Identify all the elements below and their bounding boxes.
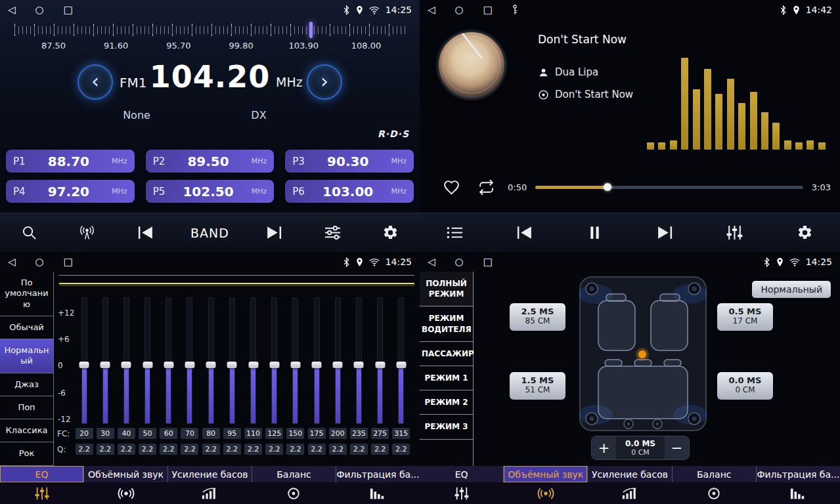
mode-2[interactable]: РЕЖИМ 2 — [420, 390, 473, 415]
eq-slider-handle[interactable] — [206, 362, 216, 368]
tuning-scale[interactable]: 87.50 91.60 95.70 99.80 103.90 108.00 — [14, 24, 405, 54]
delay-rear-left-button[interactable]: 1.5 MS 51 CM — [510, 372, 565, 400]
previous-track-button[interactable] — [512, 224, 538, 241]
preset-button-p1[interactable]: P1 88.70 MHz — [6, 150, 135, 173]
favorite-button[interactable] — [438, 179, 464, 196]
eq-band-slider[interactable] — [292, 297, 298, 424]
eq-slider-handle[interactable] — [375, 362, 385, 368]
tab-balance[interactable]: Баланс — [252, 466, 336, 482]
eq-band-slider[interactable] — [356, 297, 362, 424]
eq-preset-normal[interactable]: Нормальный — [0, 339, 53, 373]
recents-button[interactable]: □ — [483, 252, 493, 272]
eq-band-slider[interactable] — [377, 297, 383, 424]
tab-filter[interactable]: Фильтрация ба... — [757, 466, 840, 482]
back-button[interactable]: ◁ — [428, 252, 435, 272]
tune-up-button[interactable]: › — [307, 64, 342, 100]
delay-front-left-button[interactable]: 2.5 MS 85 CM — [510, 303, 565, 331]
eq-slider-handle[interactable] — [333, 362, 343, 368]
eq-preset-rock[interactable]: Рок — [0, 442, 53, 465]
back-button[interactable]: ◁ — [8, 252, 16, 272]
eq-slider-handle[interactable] — [185, 362, 194, 368]
tab-icon-eq[interactable] — [420, 482, 504, 504]
home-button[interactable]: ○ — [35, 0, 44, 20]
recents-button[interactable]: □ — [64, 0, 73, 20]
eq-band-slider[interactable] — [229, 297, 235, 424]
back-button[interactable]: ◁ — [428, 0, 435, 20]
eq-slider-handle[interactable] — [100, 362, 110, 368]
tab-icon-filter[interactable] — [756, 482, 840, 504]
eq-slider-handle[interactable] — [79, 362, 89, 368]
preset-button-p3[interactable]: P3 90.30 MHz — [285, 150, 414, 173]
tab-icon-surround[interactable] — [504, 482, 588, 504]
eq-preset-custom[interactable]: Обычай — [0, 316, 53, 339]
home-button[interactable]: ○ — [455, 0, 464, 20]
tune-down-button[interactable]: ‹ — [77, 64, 113, 100]
preset-button-p6[interactable]: P6 103.00 MHz — [285, 180, 414, 203]
eq-slider-handle[interactable] — [290, 362, 300, 368]
seek-bar[interactable] — [535, 186, 803, 189]
settings-button[interactable] — [792, 224, 818, 241]
broadcast-button[interactable] — [74, 224, 100, 241]
tab-bass-boost[interactable]: Усиление басов — [588, 466, 672, 482]
eq-slider-handle[interactable] — [164, 362, 173, 368]
eq-slider-handle[interactable] — [312, 362, 322, 368]
mode-driver[interactable]: РЕЖИМ ВОДИТЕЛЯ — [420, 306, 473, 341]
eq-band-slider[interactable] — [81, 297, 87, 424]
equalizer-button[interactable] — [722, 224, 748, 241]
recents-button[interactable]: □ — [64, 252, 73, 272]
eq-slider-handle[interactable] — [354, 362, 364, 368]
eq-preset-jazz[interactable]: Джаз — [0, 373, 53, 396]
tab-surround[interactable]: Объёмный звук — [504, 466, 588, 482]
eq-band-slider[interactable] — [314, 297, 320, 424]
tab-icon-bass[interactable] — [168, 482, 252, 504]
tab-balance[interactable]: Баланс — [673, 466, 757, 482]
eq-band-slider[interactable] — [187, 297, 192, 424]
eq-band-slider[interactable] — [271, 297, 277, 424]
home-button[interactable]: ○ — [35, 252, 44, 272]
tab-icon-eq[interactable] — [0, 482, 84, 504]
delay-increase-button[interactable]: + — [592, 436, 616, 459]
mode-3[interactable]: РЕЖИМ 3 — [420, 415, 473, 439]
mode-passenger[interactable]: ПАССАЖИР — [420, 342, 473, 366]
preset-normal-button[interactable]: Нормальный — [752, 281, 831, 298]
eq-slider-handle[interactable] — [227, 362, 237, 368]
eq-band-slider[interactable] — [398, 297, 404, 424]
tuning-indicator[interactable] — [309, 22, 313, 38]
recents-button[interactable]: □ — [483, 0, 493, 20]
audio-settings-button[interactable] — [319, 224, 345, 241]
tab-filter[interactable]: Фильтрация ба... — [336, 466, 420, 482]
tab-icon-balance[interactable] — [672, 482, 756, 504]
eq-band-slider[interactable] — [250, 297, 256, 424]
eq-band-slider[interactable] — [208, 297, 214, 424]
eq-slider-handle[interactable] — [396, 362, 406, 368]
playlist-button[interactable] — [441, 224, 468, 241]
preset-button-p2[interactable]: P2 89.50 MHz — [146, 150, 275, 173]
tab-eq[interactable]: EQ — [420, 466, 504, 482]
tab-icon-bass[interactable] — [588, 482, 672, 504]
band-button[interactable]: BAND — [190, 226, 229, 240]
delay-rear-right-button[interactable]: 0.0 MS 0 CM — [717, 372, 773, 400]
eq-slider-handle[interactable] — [143, 362, 152, 368]
tab-surround[interactable]: Объёмный звук — [84, 466, 168, 482]
mode-1[interactable]: РЕЖИМ 1 — [420, 366, 473, 390]
home-button[interactable]: ○ — [455, 252, 464, 272]
eq-preset-default[interactable]: По умолчанию — [0, 272, 53, 316]
delay-front-right-button[interactable]: 0.5 MS 17 CM — [717, 303, 773, 331]
pause-button[interactable] — [582, 224, 608, 241]
settings-button[interactable] — [378, 224, 404, 241]
back-button[interactable]: ◁ — [8, 0, 16, 20]
mode-full[interactable]: ПОЛНЫЙ РЕЖИМ — [420, 272, 473, 306]
tab-icon-filter[interactable] — [336, 482, 420, 504]
eq-preset-classic[interactable]: Классика — [0, 419, 53, 442]
eq-band-slider[interactable] — [335, 297, 341, 424]
eq-band-slider[interactable] — [102, 297, 108, 424]
eq-slider-handle[interactable] — [248, 362, 258, 368]
delay-decrease-button[interactable]: − — [665, 436, 689, 459]
next-track-button[interactable] — [652, 224, 678, 241]
scan-button[interactable] — [16, 224, 42, 241]
eq-preset-pop[interactable]: Поп — [0, 396, 53, 419]
eq-slider-handle[interactable] — [269, 362, 279, 368]
preset-button-p4[interactable]: P4 97.20 MHz — [6, 180, 135, 203]
tab-bass-boost[interactable]: Усиление басов — [168, 466, 252, 482]
preset-button-p5[interactable]: P5 102.50 MHz — [146, 180, 275, 203]
